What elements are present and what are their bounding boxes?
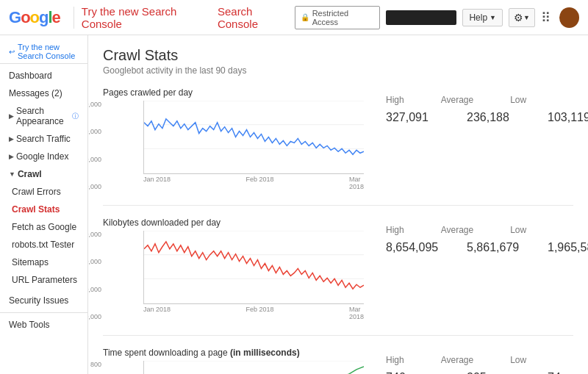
- expand-icon: ▶: [9, 153, 14, 160]
- time-chart-label: Time spent downloading a page (in millis…: [103, 348, 364, 358]
- sidebar-item-search-appearance[interactable]: ▶ Search Appearance ⓘ: [0, 102, 87, 130]
- kilobytes-chart-wrapper: 10,000,000 7,500,000 5,000,000 2,500,000: [103, 231, 364, 320]
- header-divider: [74, 7, 74, 29]
- time-low-label: Low: [510, 355, 526, 365]
- section-divider-1: [103, 205, 573, 206]
- settings-button[interactable]: ⚙ ▼: [509, 8, 535, 27]
- search-console-brand: Search Console: [218, 5, 295, 30]
- logo-o1: o: [21, 8, 29, 27]
- page-title: Crawl Stats: [103, 47, 573, 64]
- kilobytes-stats-box: High Average Low 8,654,095 5,861,679 1,9…: [379, 217, 573, 320]
- sidebar-item-url-parameters[interactable]: URL Parameters: [0, 271, 87, 289]
- gear-icon: ⚙: [514, 12, 523, 24]
- expand-icon: ▶: [9, 112, 14, 120]
- lock-icon: 🔒: [301, 13, 309, 21]
- section-divider-2: [103, 335, 573, 336]
- search-traffic-label: Search Traffic: [16, 134, 71, 144]
- kilobytes-x-labels: Jan 2018 Feb 2018 Mar2018: [143, 304, 364, 320]
- kb-low-value: 1,965,586: [548, 241, 588, 254]
- time-low-value: 74: [548, 371, 588, 374]
- kilobytes-section: Kilobytes downloaded per day 10,000,000 …: [103, 217, 573, 320]
- pages-avg-label: Average: [441, 95, 473, 105]
- kilobytes-chart-area: Kilobytes downloaded per day 10,000,000 …: [103, 217, 364, 320]
- sidebar-item-web-tools[interactable]: Web Tools: [0, 316, 87, 334]
- try-new-console-link[interactable]: ↩ Try the new Search Console: [0, 38, 87, 64]
- kb-avg-value: 5,861,679: [467, 241, 518, 254]
- header-right: 🔒 Restricted Access Help ▼ ⚙ ▼ ⠿: [295, 6, 579, 29]
- pages-chart-label: Pages crawled per day: [103, 87, 364, 98]
- sidebar-item-crawl[interactable]: ▼ Crawl: [0, 165, 87, 183]
- pages-stats-values: 327,091 236,188 103,119: [379, 111, 573, 124]
- kilobytes-stats-header: High Average Low: [379, 225, 573, 235]
- sidebar-item-messages[interactable]: Messages (2): [0, 84, 87, 102]
- sidebar-item-robots-tester[interactable]: robots.txt Tester: [0, 236, 87, 253]
- logo-g2: g: [39, 8, 48, 27]
- kb-high-value: 8,654,095: [386, 241, 437, 254]
- search-console-title[interactable]: Try the new Search Console: [82, 5, 218, 30]
- kb-low-label: Low: [510, 225, 526, 235]
- time-high-value: 746: [386, 371, 437, 374]
- sidebar-item-sitemaps[interactable]: Sitemaps: [0, 253, 87, 271]
- time-chart-container: [143, 361, 364, 374]
- pages-chart-container: [143, 101, 364, 174]
- time-high-label: High: [386, 355, 404, 365]
- sidebar-item-fetch-as-google[interactable]: Fetch as Google: [0, 218, 87, 236]
- sidebar-item-google-index[interactable]: ▶ Google Index: [0, 148, 87, 165]
- sidebar-item-security-issues[interactable]: Security Issues: [0, 292, 87, 309]
- kilobytes-chart-label: Kilobytes downloaded per day: [103, 217, 364, 228]
- apps-icon[interactable]: ⠿: [541, 10, 551, 26]
- logo-e: e: [52, 8, 60, 27]
- search-appearance-label: Search Appearance: [16, 106, 68, 126]
- time-avg-value: 205: [467, 371, 518, 374]
- help-button[interactable]: Help ▼: [462, 9, 503, 26]
- pages-avg-value: 236,188: [467, 111, 518, 124]
- time-stats-values: 746 205 74: [379, 371, 573, 374]
- kilobytes-stats-values: 8,654,095 5,861,679 1,965,586: [379, 241, 573, 254]
- sidebar-item-dashboard[interactable]: Dashboard: [0, 67, 87, 84]
- try-new-console-label: Try the new Search Console: [18, 43, 79, 60]
- time-stats-box: High Average Low 746 205 74: [379, 348, 573, 374]
- pages-chart-area: Pages crawled per day 400,000 300,000 20…: [103, 87, 364, 190]
- logo-g: G: [9, 8, 21, 27]
- sidebar-item-search-traffic[interactable]: ▶ Search Traffic: [0, 130, 87, 148]
- pages-stats-header: High Average Low: [379, 95, 573, 105]
- kilobytes-chart-svg: [144, 231, 364, 303]
- sidebar-item-crawl-errors[interactable]: Crawl Errors: [0, 183, 87, 201]
- pages-crawled-section: Pages crawled per day 400,000 300,000 20…: [103, 87, 573, 190]
- google-index-label: Google Index: [16, 151, 68, 162]
- restricted-label: Restricted Access: [312, 9, 374, 26]
- redacted-account-bar: [386, 10, 457, 25]
- pages-chart-svg: [144, 101, 364, 173]
- time-chart-area: Time spent downloading a page (in millis…: [103, 348, 364, 374]
- sidebar-item-crawl-stats[interactable]: Crawl Stats: [0, 201, 87, 218]
- time-y-labels: 800 600 400 200: [88, 361, 101, 374]
- pages-low-value: 103,119: [548, 111, 588, 124]
- help-chevron-icon: ▼: [490, 14, 496, 21]
- header: Google Try the new Search Console Search…: [0, 0, 588, 35]
- main-layout: ↩ Try the new Search Console Dashboard M…: [0, 35, 588, 374]
- pages-high-label: High: [386, 95, 404, 105]
- time-chart-wrapper: 800 600 400 200: [103, 361, 364, 374]
- pages-high-value: 327,091: [386, 111, 437, 124]
- time-avg-label: Average: [441, 355, 473, 365]
- pages-chart-wrapper: 400,000 300,000 200,000 100,000: [103, 101, 364, 190]
- kilobytes-chart-container: [143, 231, 364, 304]
- sidebar-divider: [0, 312, 87, 313]
- expand-icon: ▼: [9, 170, 15, 178]
- pages-x-labels: Jan 2018 Feb 2018 Mar2018: [143, 174, 364, 190]
- sidebar: ↩ Try the new Search Console Dashboard M…: [0, 35, 88, 374]
- kb-high-label: High: [386, 225, 404, 235]
- content-area: Crawl Stats Googlebot activity in the la…: [88, 35, 588, 374]
- kb-avg-label: Average: [441, 225, 473, 235]
- time-section: Time spent downloading a page (in millis…: [103, 348, 573, 374]
- account-avatar[interactable]: [559, 7, 579, 28]
- restricted-access-badge: 🔒 Restricted Access: [295, 6, 380, 29]
- time-chart-svg: [144, 361, 364, 374]
- pages-stats-box: High Average Low 327,091 236,188 103,119: [379, 87, 573, 190]
- pages-low-label: Low: [510, 95, 526, 105]
- pages-y-labels: 400,000 300,000 200,000 100,000: [88, 101, 101, 190]
- expand-icon: ▶: [9, 135, 14, 143]
- time-stats-header: High Average Low: [379, 355, 573, 365]
- google-logo: Google: [9, 8, 60, 27]
- help-label: Help: [469, 12, 487, 23]
